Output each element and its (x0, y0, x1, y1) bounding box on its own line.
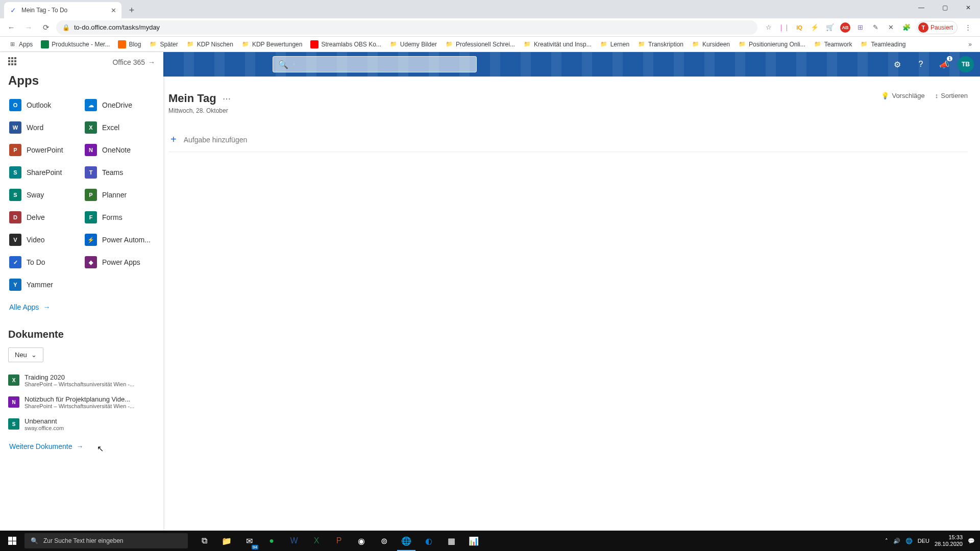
bookmark-item[interactable]: 📁Kursideen (689, 39, 733, 50)
all-apps-link[interactable]: Alle Apps → (0, 296, 163, 318)
bookmark-item[interactable]: 📁Teamleading (857, 39, 909, 50)
app-button[interactable]: 📊 (462, 531, 485, 551)
app-item-planner[interactable]: PPlanner (82, 184, 157, 206)
waffle-icon[interactable] (8, 57, 18, 67)
app-item-delve[interactable]: DDelve (6, 206, 82, 229)
document-item[interactable]: SUnbenanntsway.office.com (0, 413, 163, 435)
app-item-sharepoint[interactable]: SSharePoint (6, 161, 82, 184)
app-item-sway[interactable]: SSway (6, 184, 82, 206)
bookmark-item[interactable]: 📁Teamwork (811, 39, 855, 50)
bookmark-item[interactable]: 📁Kreativität und Insp... (520, 39, 595, 50)
bookmark-item[interactable]: Blog (115, 39, 144, 50)
clock[interactable]: 15:33 28.10.2020 (935, 534, 963, 547)
file-explorer-button[interactable]: 📁 (215, 531, 238, 551)
adblock-icon[interactable]: AB (840, 22, 850, 33)
document-item[interactable]: XTraiding 2020SharePoint – Wirtschaftsun… (0, 369, 163, 391)
forward-button[interactable]: → (21, 20, 36, 35)
app-icon: ✓ (9, 256, 21, 268)
extension-icon[interactable]: 🛒 (825, 22, 835, 33)
language-indicator[interactable]: DEU (918, 538, 929, 544)
back-button[interactable]: ← (4, 20, 18, 35)
bookmark-item[interactable]: ⊞Apps (5, 39, 36, 50)
extension-icon[interactable]: ⊞ (855, 22, 866, 33)
add-task-input[interactable]: + Aufgabe hinzufügen (168, 128, 968, 152)
profile-button[interactable]: T Pausiert (917, 21, 958, 34)
bookmark-item[interactable]: 📁KDP Bewertungen (238, 39, 306, 50)
app-item-forms[interactable]: FForms (82, 206, 157, 229)
suggestions-button[interactable]: 💡Vorschläge (881, 92, 924, 99)
settings-button[interactable]: ⚙ (887, 54, 908, 74)
app-button[interactable]: ▦ (440, 531, 462, 551)
close-tab-icon[interactable]: ✕ (111, 7, 116, 14)
app-item-powerpoint[interactable]: PPowerPoint (6, 139, 82, 161)
folder-icon: 📁 (600, 40, 608, 48)
obs-button[interactable]: ⊚ (373, 531, 395, 551)
reload-button[interactable]: ⟳ (39, 20, 53, 35)
more-documents-link[interactable]: Weitere Dokumente → (0, 435, 163, 461)
taskbar-search-input[interactable]: 🔍 Zur Suche Text hier eingeben (24, 533, 188, 548)
bookmark-item[interactable]: 📁KDP Nischen (183, 39, 236, 50)
extensions-puzzle-icon[interactable]: 🧩 (901, 22, 912, 33)
action-center-icon[interactable]: 💬 (968, 538, 975, 544)
help-button[interactable]: ? (911, 54, 931, 74)
app-button[interactable]: ◉ (350, 531, 373, 551)
task-view-button[interactable]: ⧉ (193, 531, 215, 551)
bookmark-item[interactable]: Streamlabs OBS Ko... (307, 39, 384, 50)
network-icon[interactable]: 🌐 (905, 538, 913, 544)
extension-icon[interactable]: ✕ (886, 22, 896, 33)
orange-icon (118, 40, 126, 48)
mail-button[interactable]: ✉94 (238, 531, 260, 551)
bookmark-item[interactable]: 📁Udemy Bilder (386, 39, 440, 50)
app-item-excel[interactable]: XExcel (82, 116, 157, 139)
chrome-menu-icon[interactable]: ⋮ (963, 22, 973, 33)
search-input[interactable]: 🔍 (273, 56, 477, 72)
spotify-button[interactable]: ● (260, 531, 283, 551)
document-location: SharePoint – Wirtschaftsuniversität Wien… (24, 381, 134, 387)
bookmark-item[interactable]: 📁Später (146, 39, 181, 50)
app-item-yammer[interactable]: YYammer (6, 273, 82, 296)
powerpoint-button[interactable]: P (328, 531, 350, 551)
office365-link[interactable]: Office 365 → (112, 58, 155, 66)
volume-icon[interactable]: 🔊 (893, 538, 900, 544)
chrome-button[interactable]: 🌐 (395, 531, 418, 551)
excel-button[interactable]: X (305, 531, 328, 551)
bookmark-item[interactable]: Produktsuche - Mer... (38, 39, 113, 50)
sort-button[interactable]: ↕Sortieren (935, 92, 968, 99)
minimize-button[interactable]: — (910, 0, 933, 15)
star-icon[interactable]: ☆ (764, 22, 774, 33)
bookmark-item[interactable]: 📁Transkription (634, 39, 687, 50)
extension-icon[interactable]: ❘❘ (779, 22, 789, 33)
bookmark-item[interactable]: 📁Lernen (597, 39, 632, 50)
document-item[interactable]: NNotizbuch für Projektplanung Vide...Sha… (0, 391, 163, 413)
app-item-teams[interactable]: TTeams (82, 161, 157, 184)
app-item-outlook[interactable]: OOutlook (6, 94, 82, 116)
tray-chevron-up-icon[interactable]: ˄ (885, 538, 888, 544)
edge-button[interactable]: ◐ (418, 531, 440, 551)
extension-dropper-icon[interactable]: ✎ (871, 22, 881, 33)
date: 28.10.2020 (935, 541, 963, 547)
list-options-button[interactable]: ⋯ (223, 94, 231, 104)
word-button[interactable]: W (283, 531, 305, 551)
address-bar[interactable]: 🔒 to-do.office.com/tasks/myday (56, 20, 757, 35)
app-item-word[interactable]: WWord (6, 116, 82, 139)
app-item-onedrive[interactable]: ☁OneDrive (82, 94, 157, 116)
app-item-to-do[interactable]: ✓To Do (6, 251, 82, 273)
extension-iq-icon[interactable]: IQ (794, 22, 804, 33)
start-button[interactable] (0, 531, 24, 551)
announcements-button[interactable]: 📣1 (934, 54, 954, 74)
grid-icon: ⊞ (8, 40, 16, 48)
app-item-onenote[interactable]: NOneNote (82, 139, 157, 161)
app-item-power-apps[interactable]: ◆Power Apps (82, 251, 157, 273)
new-document-button[interactable]: Neu ⌄ (8, 347, 43, 362)
bookmark-item[interactable]: 📁Professionell Schrei... (442, 39, 518, 50)
account-avatar[interactable]: TB (958, 56, 974, 72)
new-tab-button[interactable]: + (125, 3, 139, 17)
browser-tab[interactable]: ✓ Mein Tag - To Do ✕ (4, 2, 121, 18)
bookmark-item[interactable]: 📁Positionierung Onli... (735, 39, 808, 50)
bookmarks-overflow-icon[interactable]: » (965, 41, 975, 48)
app-item-power-autom-[interactable]: ⚡Power Autom... (82, 229, 157, 251)
maximize-button[interactable]: ▢ (933, 0, 957, 15)
close-window-button[interactable]: ✕ (957, 0, 980, 15)
app-item-video[interactable]: VVideo (6, 229, 82, 251)
extension-bolt-icon[interactable]: ⚡ (810, 22, 820, 33)
